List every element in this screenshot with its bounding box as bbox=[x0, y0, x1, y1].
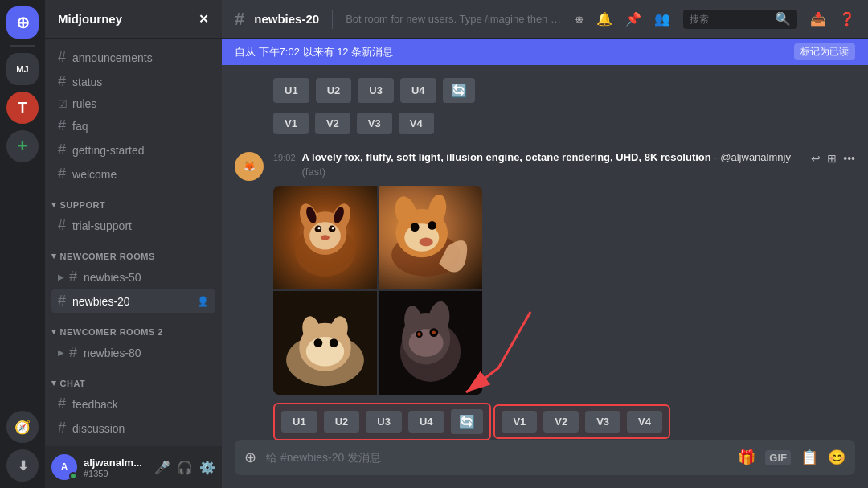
download-icon[interactable]: ⬇ bbox=[6, 449, 39, 482]
category-newcomer-rooms-2[interactable]: ▾ NEWCOMER ROOMS 2 bbox=[45, 314, 222, 340]
category-chevron: ▾ bbox=[51, 251, 57, 261]
channel-name: feedback bbox=[72, 398, 118, 411]
add-server-icon[interactable]: + bbox=[6, 130, 39, 162]
v2-button[interactable]: V2 bbox=[543, 411, 579, 433]
hash-icon: # bbox=[58, 420, 66, 437]
check-icon: ☑ bbox=[58, 98, 68, 110]
channel-item-status[interactable]: # status bbox=[51, 70, 215, 93]
avatar: A bbox=[51, 454, 77, 480]
prev-u1-button[interactable]: U1 bbox=[273, 78, 309, 103]
image-grid bbox=[273, 186, 482, 395]
prev-v2-button[interactable]: V2 bbox=[315, 113, 350, 134]
channel-list: # announcements # status ☑ rules # faq #… bbox=[45, 39, 222, 446]
category-label: NEWCOMER ROOMS 2 bbox=[60, 327, 163, 337]
channel-name: newbies-50 bbox=[84, 271, 141, 284]
hash-icon: # bbox=[58, 396, 66, 412]
hash-icon: # bbox=[58, 444, 66, 446]
channel-item-feedback[interactable]: # feedback bbox=[51, 392, 215, 416]
category-label: NEWCOMER ROOMS bbox=[60, 252, 155, 261]
u4-button[interactable]: U4 bbox=[408, 411, 444, 433]
prev-v4-button[interactable]: V4 bbox=[399, 113, 434, 134]
channel-name: philosophy bbox=[72, 446, 126, 447]
channel-name: discussion bbox=[72, 422, 125, 435]
settings-icon[interactable]: ⚙️ bbox=[199, 460, 215, 475]
category-label: CHAT bbox=[60, 379, 86, 388]
hash-icon: # bbox=[58, 293, 66, 310]
previous-v-buttons: V1 V2 V3 V4 bbox=[235, 113, 855, 134]
v1-button[interactable]: V1 bbox=[502, 411, 537, 433]
notification-icon[interactable]: 🔔 bbox=[596, 11, 612, 27]
channel-item-newbies-80[interactable]: ▶ # newbies-80 bbox=[51, 341, 215, 364]
sticker-icon[interactable]: 📋 bbox=[800, 449, 818, 466]
search-input[interactable] bbox=[690, 14, 770, 25]
new-messages-bar[interactable]: 自从 下午7:02 以来有 12 条新消息 标记为已读 bbox=[222, 39, 868, 65]
u2-button[interactable]: U2 bbox=[324, 411, 360, 433]
message-prompt: A lovely fox, fluffy, soft light, illusi… bbox=[302, 150, 802, 179]
prev-u3-button[interactable]: U3 bbox=[358, 78, 394, 103]
prev-u4-button[interactable]: U4 bbox=[400, 78, 436, 103]
channel-item-announcements[interactable]: # announcements bbox=[51, 46, 215, 69]
thread-icon[interactable]: ⎈ bbox=[575, 12, 583, 27]
server-menu-icon[interactable]: ✕ bbox=[199, 12, 209, 27]
channel-item-trial-support[interactable]: # trial-support bbox=[51, 214, 215, 237]
refresh-button[interactable]: 🔄 bbox=[451, 409, 483, 434]
explore-icon[interactable]: 🧭 bbox=[6, 411, 39, 443]
channel-item-philosophy[interactable]: # philosophy bbox=[51, 441, 215, 446]
category-support[interactable]: ▾ SUPPORT bbox=[45, 187, 222, 213]
category-newcomer-rooms[interactable]: ▾ NEWCOMER ROOMS bbox=[45, 238, 222, 265]
channel-name: welcome bbox=[72, 168, 117, 181]
headphone-icon[interactable]: 🎧 bbox=[177, 460, 193, 475]
svg-point-18 bbox=[428, 221, 436, 230]
discord-home-icon[interactable]: ⊕ bbox=[6, 6, 39, 39]
category-chevron: ▾ bbox=[51, 378, 57, 388]
u3-button[interactable]: U3 bbox=[366, 411, 402, 433]
v3-button[interactable]: V3 bbox=[585, 411, 620, 433]
microphone-icon[interactable]: 🎤 bbox=[154, 460, 170, 475]
reply-icon[interactable]: ↩ bbox=[811, 152, 821, 165]
input-actions: 🎁 GIF 📋 😊 bbox=[738, 449, 845, 466]
channel-name: newbies-20 bbox=[72, 295, 130, 308]
image-cell-1 bbox=[273, 186, 377, 289]
svg-point-19 bbox=[420, 238, 433, 247]
channel-item-getting-started[interactable]: # getting-started bbox=[51, 138, 215, 162]
channel-item-discussion[interactable]: # discussion bbox=[51, 416, 215, 440]
midjourney-server-icon[interactable]: MJ bbox=[6, 53, 39, 85]
channel-item-faq[interactable]: # faq bbox=[51, 114, 215, 137]
channel-item-rules[interactable]: ☑ rules bbox=[51, 94, 215, 113]
channel-item-welcome[interactable]: # welcome bbox=[51, 162, 215, 186]
u-buttons-highlight: U1 U2 U3 U4 🔄 bbox=[273, 403, 491, 440]
u1-button[interactable]: U1 bbox=[281, 411, 317, 433]
prev-v3-button[interactable]: V3 bbox=[357, 113, 392, 134]
gif-icon[interactable]: GIF bbox=[765, 450, 791, 465]
pin-icon[interactable]: 📌 bbox=[625, 11, 641, 27]
server-icon-t[interactable]: T bbox=[6, 92, 39, 124]
prev-u2-button[interactable]: U2 bbox=[316, 78, 352, 103]
category-chevron: ▾ bbox=[51, 199, 57, 210]
prev-v1-button[interactable]: V1 bbox=[273, 113, 309, 134]
svg-point-36 bbox=[417, 333, 420, 336]
username: aljwanalm... bbox=[84, 457, 148, 469]
more-icon[interactable]: ⊞ bbox=[827, 152, 837, 165]
message-body: 19:02 A lovely fox, fluffy, soft light, … bbox=[273, 150, 801, 440]
channel-item-newbies-20[interactable]: # newbies-20 👤 bbox=[51, 289, 215, 313]
search-bar[interactable]: 🔍 bbox=[683, 10, 797, 29]
v4-button[interactable]: V4 bbox=[627, 411, 662, 433]
members-icon[interactable]: 👥 bbox=[654, 11, 670, 27]
options-icon[interactable]: ••• bbox=[843, 152, 855, 165]
channel-name: faq bbox=[72, 120, 88, 133]
gift-icon[interactable]: 🎁 bbox=[738, 449, 755, 466]
inbox-icon[interactable]: 📥 bbox=[810, 11, 826, 27]
image-cell-2 bbox=[379, 186, 482, 289]
add-icon[interactable]: ⊕ bbox=[244, 449, 256, 466]
message-text-input[interactable] bbox=[266, 451, 728, 464]
server-divider bbox=[10, 45, 35, 47]
channel-item-newbies-50[interactable]: ▶ # newbies-50 bbox=[51, 265, 215, 289]
emoji-icon[interactable]: 😊 bbox=[828, 449, 845, 466]
status-dot bbox=[69, 472, 77, 480]
server-header[interactable]: Midjourney ✕ bbox=[45, 0, 222, 39]
messages-area: U1 U2 U3 U4 🔄 V1 V2 V3 V4 🦊 19:02 A love… bbox=[222, 65, 868, 440]
category-chat[interactable]: ▾ CHAT bbox=[45, 365, 222, 392]
prev-refresh-button[interactable]: 🔄 bbox=[443, 78, 475, 103]
help-icon[interactable]: ❓ bbox=[839, 11, 855, 27]
mark-read-button[interactable]: 标记为已读 bbox=[794, 43, 855, 60]
